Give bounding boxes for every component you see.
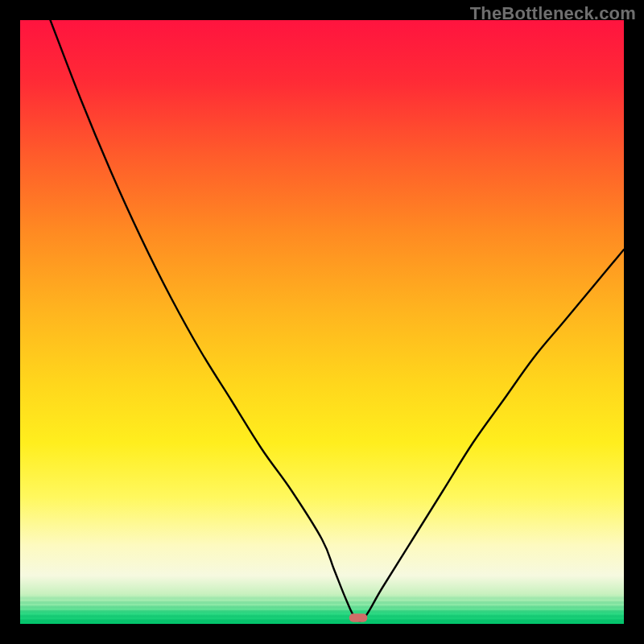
svg-rect-3 <box>20 610 624 613</box>
svg-rect-4 <box>20 615 624 617</box>
chart-frame: TheBottleneck.com <box>0 0 644 644</box>
svg-rect-1 <box>20 601 624 604</box>
plot-area <box>20 20 624 624</box>
svg-rect-2 <box>20 606 624 609</box>
bottleneck-chart <box>20 20 624 624</box>
svg-rect-5 <box>20 619 624 621</box>
optimal-marker <box>349 613 368 622</box>
gradient-background <box>20 20 624 624</box>
svg-rect-0 <box>20 597 624 599</box>
